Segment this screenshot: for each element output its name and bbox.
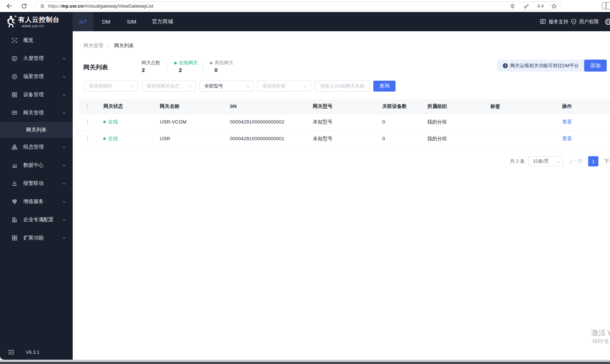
status-badge: 在线 [108,119,118,125]
gateway-name: USR [154,136,224,141]
service-support[interactable]: 服务支持 [540,12,568,31]
header-gateway-model: 网关型号 [307,103,377,110]
language-globe-icon[interactable] [605,12,610,31]
view-link[interactable]: 查看 [562,119,572,125]
back-icon[interactable] [5,1,14,11]
chevron-down-icon [62,163,66,167]
chevron-down-icon [62,236,66,240]
device-icon [12,92,18,98]
row-checkbox[interactable] [87,119,88,125]
dm-platform-banner: i 网关运维相关功能可前往DM平台 [497,60,585,72]
content-divider [78,37,610,37]
sidebar-item-valueadd[interactable]: 增值服务 [0,193,73,211]
breadcrumb-parent[interactable]: 网关管理 [84,43,103,48]
user-permissions[interactable]: 用户权限 [571,12,599,31]
header-tags: 标签 [485,103,556,110]
organization: 我的分组 [421,136,484,142]
tab-sim[interactable]: SIM [119,12,144,31]
tag-select[interactable]: 请选择标签 [257,81,311,92]
favorite-star-icon[interactable] [550,2,558,11]
sidebar-item-scene[interactable]: 场景管理 [0,68,73,86]
header-sn: SN [224,104,307,109]
pagination-total: 共 2 条 [510,156,525,166]
gateway-table: 网关状态 网关名称 SN 网关型号 关联设备数 所属组织 标签 操作 在线 US… [79,99,610,147]
enterprise-icon [12,217,18,223]
gateway-icon [12,110,18,116]
sidebar-item-enterprise[interactable]: 企业专属配置 [0,211,73,229]
add-gateway-button[interactable]: 添加 [584,60,607,72]
sidebar-item-extension[interactable]: 扩展功能 [0,229,73,247]
alarm-icon [12,181,18,187]
tab-iot[interactable]: IoT [73,12,93,31]
header-actions: 操作 [556,103,610,110]
gateway-name: USR-VCOM [154,119,224,125]
online-dot-icon [103,137,106,140]
brand-logo[interactable]: 有人云控制台 www.usr.cn [0,12,73,31]
offline-dot-icon [210,62,212,64]
organization: 我的分组 [421,119,484,125]
gateway-sn: 00004291000000000001 [224,136,307,141]
sidebar-item-overview[interactable]: 概览 [0,31,73,49]
chevron-down-icon [131,85,134,88]
address-bar[interactable]: https://mp.usr.cn/#/cloud/gateway/ViewGa… [35,1,562,11]
org-select[interactable]: 请选择组织 [84,81,138,92]
browser-panel-icon[interactable] [602,2,610,9]
sidebar-subitem-gateway-list[interactable]: 网关列表 [0,122,73,138]
chevron-down-icon [62,200,66,204]
linked-device-count: 0 [376,119,421,125]
next-page-button[interactable]: 下一页 [604,156,610,166]
chevron-down-icon [246,85,250,88]
prev-page-button[interactable]: 上一页 [569,156,583,166]
geolocation-icon[interactable] [508,2,517,11]
main-content: 网关管理 › 网关列表 网关列表 网关总数 2 在线网关 2 离线网关 0 i … [73,31,610,360]
online-dot-icon [174,62,177,64]
chevron-down-icon [62,218,66,222]
refresh-icon[interactable] [19,1,28,11]
row-checkbox[interactable] [87,136,88,142]
online-dot-icon [103,121,106,123]
read-aloud-icon[interactable]: A [536,2,545,11]
table-row: 在线 USR 00004291000000000001 未知型号 0 我的分组 … [79,130,610,147]
tab-dm[interactable]: DM [93,12,119,31]
table-header-row: 网关状态 网关名称 SN 网关型号 关联设备数 所属组织 标签 操作 [79,99,610,114]
extension-icon [12,235,18,241]
query-button[interactable]: 查询 [373,81,396,92]
gateway-status-select[interactable]: 请选择网关状态 [142,81,196,92]
breadcrumb-separator: › [108,43,110,48]
url-text: https://mp.usr.cn/#/cloud/gateway/ViewGa… [48,4,153,9]
sidebar-item-configuration[interactable]: 组态管理 [0,138,73,156]
tab-official-mall[interactable]: 官方商城 [144,12,181,31]
banner-text: 网关运维相关功能可前往DM平台 [510,62,579,69]
shield-icon [571,19,577,25]
select-all-checkbox[interactable] [87,103,88,109]
brand-title: 有人云控制台 [18,15,60,24]
sidebar-item-device[interactable]: 设备管理 [0,86,73,104]
overview-icon [12,37,18,44]
browser-chrome: https://mp.usr.cn/#/cloud/gateway/ViewGa… [0,0,610,12]
sidebar-item-alarm[interactable]: 报警联动 [0,174,73,193]
svg-text:A: A [537,4,540,9]
sidebar-item-gateway[interactable]: 网关管理 [0,104,73,122]
model-select[interactable]: 全部型号 [200,81,253,92]
chevron-down-icon [557,160,560,164]
collapse-sidebar-icon[interactable] [8,349,14,355]
header-gateway-status: 网关状态 [97,103,154,110]
password-key-icon[interactable] [522,2,531,11]
stat-divider [202,60,203,72]
view-link[interactable]: 查看 [562,136,572,141]
scene-icon [12,74,18,80]
windows-activation-watermark: 激活 W [591,328,610,338]
valueadd-icon [12,199,18,205]
stat-total-label: 网关总数 [141,60,160,66]
header-linked-devices: 关联设备数 [376,103,421,110]
page-title: 网关列表 [83,63,108,72]
sidebar-item-datacenter[interactable]: 数据中心 [0,156,73,174]
current-page-button[interactable]: 1 [588,156,598,166]
sidebar-item-bigscreen[interactable]: 大屏管理 [0,49,73,68]
status-badge: 在线 [108,136,118,142]
linked-device-count: 0 [376,136,421,141]
sn-search-input[interactable]: 请输入SN或网关名称 [315,81,370,92]
gateway-model: 未知型号 [307,136,377,142]
page-size-select[interactable]: 10条/页 [528,156,563,166]
stat-online-value: 2 [179,67,182,73]
